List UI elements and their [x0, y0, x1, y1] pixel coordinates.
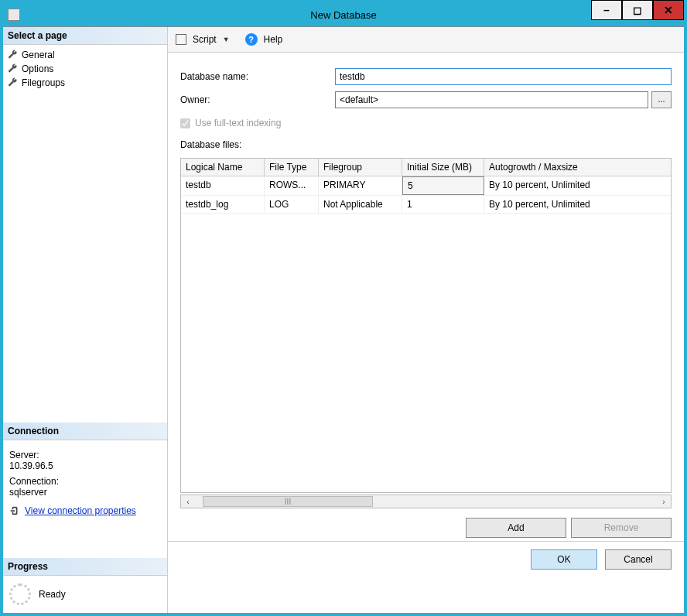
col-filegroup[interactable]: Filegroup	[319, 159, 402, 176]
grid-header: Logical Name File Type Filegroup Initial…	[181, 159, 671, 176]
form-area: Database name: Owner: ... Use full-text …	[168, 53, 684, 158]
scroll-left-arrow-icon[interactable]: ‹	[181, 498, 195, 506]
close-button[interactable]: ✕	[653, 0, 684, 20]
progress-status: Ready	[39, 589, 66, 600]
app-icon	[8, 9, 20, 21]
connection-label: Connection:	[9, 476, 161, 487]
server-value: 10.39.96.5	[9, 460, 161, 471]
col-autogrowth[interactable]: Autogrowth / Maxsize	[484, 159, 671, 176]
page-item-options[interactable]: Options	[5, 62, 166, 76]
connection-body: Server: 10.39.96.5 Connection: sqlserver…	[3, 440, 167, 522]
fulltext-checkbox	[180, 118, 190, 128]
horizontal-scrollbar[interactable]: ‹ III ›	[180, 495, 672, 508]
database-files-label: Database files:	[180, 139, 672, 150]
select-page-header: Select a page	[3, 27, 167, 45]
cell-autogrow[interactable]: By 10 percent, Unlimited	[484, 176, 671, 195]
page-label: General	[22, 50, 55, 60]
ok-button[interactable]: OK	[531, 549, 597, 570]
server-label: Server:	[9, 450, 161, 460]
cell-filetype[interactable]: ROWS...	[265, 176, 319, 195]
remove-button: Remove	[571, 518, 672, 538]
grid-action-row: Add Remove	[168, 515, 684, 541]
minimize-button[interactable]: –	[591, 0, 622, 20]
cell-logical[interactable]: testdb_log	[181, 196, 265, 213]
page-label: Options	[22, 63, 53, 74]
wrench-icon	[8, 77, 19, 88]
col-logical-name[interactable]: Logical Name	[181, 159, 265, 176]
col-initial-size[interactable]: Initial Size (MB)	[402, 159, 484, 176]
page-label: Filegroups	[22, 77, 65, 88]
wrench-icon	[8, 63, 19, 74]
script-dropdown-icon[interactable]: ▼	[223, 36, 230, 43]
dialog-window: New Database – ◻ ✕ Select a page General…	[0, 0, 687, 616]
script-button[interactable]: Script	[193, 34, 217, 45]
dbname-label: Database name:	[180, 71, 335, 82]
page-item-general[interactable]: General	[5, 48, 166, 62]
progress-body: Ready	[3, 576, 167, 613]
titlebar[interactable]: New Database – ◻ ✕	[3, 3, 684, 26]
cancel-button[interactable]: Cancel	[605, 549, 672, 570]
cell-autogrow[interactable]: By 10 percent, Unlimited	[484, 196, 671, 213]
cell-logical[interactable]: testdb	[181, 176, 265, 195]
cell-filegroup[interactable]: PRIMARY	[319, 176, 402, 195]
window-title: New Database	[310, 9, 376, 21]
cell-size[interactable]: 5	[402, 176, 484, 195]
cell-filetype[interactable]: LOG	[265, 196, 319, 213]
script-icon	[176, 34, 186, 45]
scroll-right-arrow-icon[interactable]: ›	[657, 498, 671, 506]
view-connection-properties-link[interactable]: View connection properties	[25, 505, 136, 516]
connection-header: Connection	[3, 423, 167, 440]
connection-icon	[9, 505, 20, 516]
owner-label: Owner:	[180, 94, 335, 105]
dialog-body: Select a page General Options Filegroups…	[3, 26, 684, 613]
scroll-thumb[interactable]: III	[203, 496, 373, 507]
sidebar: Select a page General Options Filegroups…	[3, 27, 167, 613]
help-button[interactable]: Help	[264, 34, 283, 45]
page-list: General Options Filegroups	[3, 45, 167, 93]
dialog-footer: OK Cancel	[168, 541, 684, 577]
connection-value: sqlserver	[9, 487, 161, 498]
cell-size[interactable]: 1	[402, 196, 484, 213]
database-files-grid[interactable]: Logical Name File Type Filegroup Initial…	[180, 158, 672, 493]
wrench-icon	[8, 50, 19, 60]
col-file-type[interactable]: File Type	[265, 159, 319, 176]
maximize-button[interactable]: ◻	[622, 0, 653, 20]
table-row[interactable]: testdb_log LOG Not Applicable 1 By 10 pe…	[181, 196, 671, 214]
owner-input[interactable]	[335, 91, 648, 108]
cell-filegroup[interactable]: Not Applicable	[319, 196, 402, 213]
grid-blank	[181, 214, 671, 492]
add-button[interactable]: Add	[466, 518, 566, 538]
table-row[interactable]: testdb ROWS... PRIMARY 5 By 10 percent, …	[181, 176, 671, 196]
progress-spinner-icon	[9, 583, 31, 605]
help-icon: ?	[245, 33, 258, 46]
owner-browse-button[interactable]: ...	[651, 91, 672, 108]
window-controls: – ◻ ✕	[591, 3, 684, 26]
fulltext-label: Use full-text indexing	[195, 118, 281, 128]
main-panel: Script ▼ ? Help Database name: Owner: ..…	[167, 27, 684, 613]
dbname-input[interactable]	[335, 68, 672, 85]
page-item-filegroups[interactable]: Filegroups	[5, 76, 166, 90]
toolbar: Script ▼ ? Help	[168, 27, 684, 53]
progress-header: Progress	[3, 558, 167, 576]
